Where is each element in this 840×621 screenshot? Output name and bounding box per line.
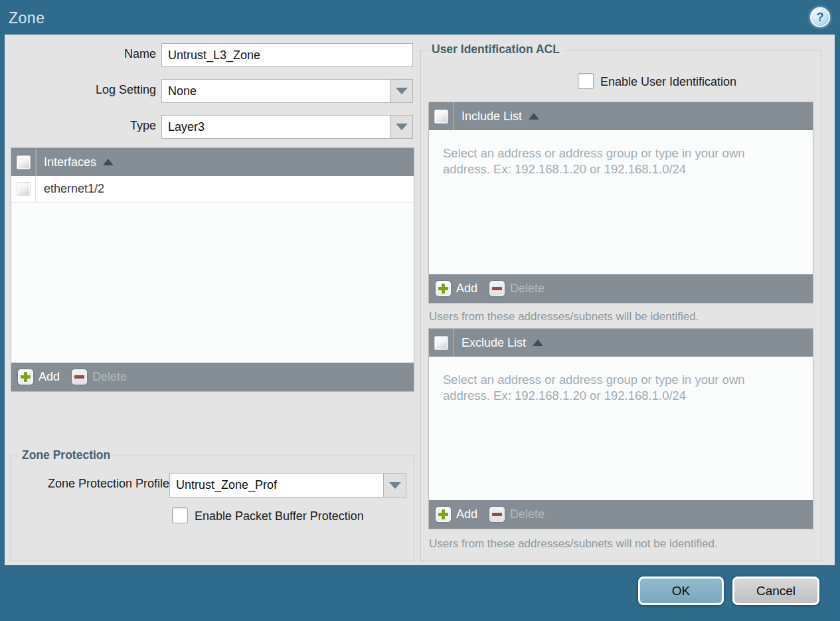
type-label: Type — [10, 119, 156, 133]
type-dropdown-button[interactable] — [390, 115, 413, 139]
dialog-body: Name Untrust_L3_Zone Log Setting None Ty… — [5, 35, 835, 565]
select-all-exclude-checkbox[interactable] — [434, 336, 448, 350]
delete-exclude-address-button[interactable]: Delete — [489, 507, 545, 522]
add-icon — [436, 281, 451, 296]
interface-name: ethernet1/2 — [36, 176, 104, 202]
packet-buffer-protection-label: Enable Packet Buffer Protection — [195, 509, 364, 523]
zone-dialog: Zone ? Name Untrust_L3_Zone Log Setting … — [0, 0, 840, 621]
sort-ascending-icon — [529, 113, 539, 120]
log-setting-value: None — [161, 79, 390, 103]
zone-protection-profile-label: Zone Protection Profile — [23, 477, 169, 491]
name-input[interactable]: Untrust_L3_Zone — [161, 43, 413, 67]
chevron-down-icon — [396, 124, 408, 130]
cancel-button[interactable]: Cancel — [732, 577, 819, 605]
include-list-toolbar: Add Delete — [429, 274, 813, 303]
exclude-list-column-header[interactable]: Exclude List — [454, 329, 543, 357]
add-exclude-address-button[interactable]: Add — [436, 507, 477, 522]
add-interface-button[interactable]: Add — [18, 369, 60, 385]
delete-include-address-button[interactable]: Delete — [489, 281, 545, 296]
sort-ascending-icon — [533, 339, 543, 346]
include-list-table: Include List Select an address or addres… — [428, 102, 813, 304]
name-value: Untrust_L3_Zone — [168, 48, 260, 62]
interfaces-toolbar: Add Delete — [11, 363, 414, 391]
zone-protection-legend: Zone Protection — [18, 448, 114, 462]
exclude-list-helper-text: Users from these addresses/subnets will … — [429, 537, 718, 551]
type-dropdown[interactable]: Layer3 — [161, 115, 413, 139]
interfaces-table-body: ethernet1/2 — [11, 176, 414, 363]
delete-icon — [489, 281, 505, 296]
ok-button[interactable]: OK — [638, 577, 724, 605]
zone-protection-fieldset: Zone Protection — [11, 456, 414, 561]
enable-user-identification-label: Enable User Identification — [600, 75, 736, 89]
exclude-list-header-row: Exclude List — [429, 329, 813, 357]
help-icon[interactable]: ? — [810, 7, 830, 27]
table-row[interactable]: ethernet1/2 — [11, 176, 414, 203]
type-value: Layer3 — [161, 115, 390, 139]
include-list-column-header[interactable]: Include List — [454, 102, 539, 130]
dialog-title: Zone — [9, 9, 44, 27]
chevron-down-icon — [396, 88, 408, 94]
chevron-down-icon — [389, 482, 401, 489]
zone-protection-profile-dropdown[interactable]: Untrust_Zone_Prof — [169, 473, 406, 497]
user-identification-legend: User Identification ACL — [428, 43, 564, 56]
interface-row-checkbox[interactable] — [17, 182, 31, 196]
select-all-interfaces-checkbox[interactable] — [17, 155, 31, 169]
enable-user-identification-checkbox[interactable] — [578, 73, 594, 89]
question-mark-glyph: ? — [817, 11, 824, 23]
titlebar: Zone ? — [0, 0, 840, 35]
interfaces-table: Interfaces ethernet1/2 Add — [11, 147, 414, 392]
delete-interface-button[interactable]: Delete — [72, 369, 127, 385]
delete-icon — [72, 369, 87, 385]
sort-ascending-icon — [103, 159, 114, 165]
exclude-list-body[interactable]: Select an address or address group or ty… — [429, 357, 813, 500]
add-icon — [18, 369, 33, 385]
include-list-body[interactable]: Select an address or address group or ty… — [429, 130, 813, 274]
exclude-list-placeholder: Select an address or address group or ty… — [429, 357, 801, 404]
include-list-helper-text: Users from these addresses/subnets will … — [429, 310, 699, 323]
zone-protection-profile-value: Untrust_Zone_Prof — [169, 473, 384, 497]
include-list-placeholder: Select an address or address group or ty… — [429, 130, 801, 178]
log-setting-dropdown[interactable]: None — [161, 79, 413, 103]
packet-buffer-protection-checkbox[interactable] — [172, 507, 188, 523]
exclude-list-table: Exclude List Select an address or addres… — [428, 328, 813, 529]
include-list-header-row: Include List — [429, 102, 813, 130]
log-setting-label: Log Setting — [10, 83, 156, 97]
interfaces-header-checkbox-cell — [11, 148, 36, 176]
name-label: Name — [10, 47, 156, 61]
delete-icon — [489, 507, 505, 522]
interfaces-header-row: Interfaces — [11, 148, 414, 176]
select-all-include-checkbox[interactable] — [434, 110, 448, 124]
exclude-list-toolbar: Add Delete — [429, 500, 813, 529]
zone-protection-profile-dropdown-button[interactable] — [384, 473, 406, 497]
add-icon — [436, 507, 451, 522]
add-include-address-button[interactable]: Add — [436, 281, 477, 296]
interfaces-column-header[interactable]: Interfaces — [36, 148, 114, 176]
log-setting-dropdown-button[interactable] — [390, 79, 413, 103]
